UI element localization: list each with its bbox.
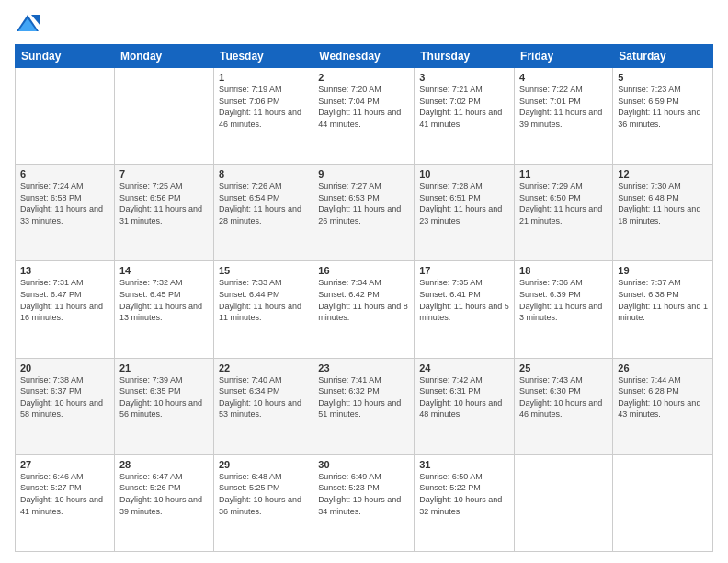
day-number: 18: [519, 265, 608, 276]
day-number: 15: [219, 265, 308, 276]
header-cell-wednesday: Wednesday: [313, 45, 415, 68]
day-info: Sunrise: 7:33 AM Sunset: 6:44 PM Dayligh…: [219, 277, 308, 323]
calendar-cell: 4Sunrise: 7:22 AM Sunset: 7:01 PM Daylig…: [515, 68, 613, 165]
day-number: 24: [419, 362, 509, 373]
header-cell-friday: Friday: [515, 45, 613, 68]
day-number: 14: [119, 265, 209, 276]
calendar-cell: 21Sunrise: 7:39 AM Sunset: 6:35 PM Dayli…: [114, 358, 213, 454]
header: [15, 11, 713, 37]
day-info: Sunrise: 7:21 AM Sunset: 7:02 PM Dayligh…: [419, 84, 509, 130]
calendar-cell: 3Sunrise: 7:21 AM Sunset: 7:02 PM Daylig…: [415, 68, 515, 165]
day-number: 9: [318, 168, 409, 179]
calendar-cell: 18Sunrise: 7:36 AM Sunset: 6:39 PM Dayli…: [515, 261, 613, 358]
day-info: Sunrise: 7:22 AM Sunset: 7:01 PM Dayligh…: [519, 84, 608, 130]
calendar-cell: 15Sunrise: 7:33 AM Sunset: 6:44 PM Dayli…: [213, 261, 313, 358]
week-row-0: 1Sunrise: 7:19 AM Sunset: 7:06 PM Daylig…: [16, 68, 713, 165]
day-number: 6: [20, 168, 109, 179]
calendar-cell: 17Sunrise: 7:35 AM Sunset: 6:41 PM Dayli…: [415, 261, 515, 358]
day-number: 17: [419, 265, 509, 276]
day-number: 30: [318, 459, 409, 470]
calendar-cell: 24Sunrise: 7:42 AM Sunset: 6:31 PM Dayli…: [415, 358, 515, 454]
day-number: 3: [419, 72, 509, 83]
day-info: Sunrise: 7:24 AM Sunset: 6:58 PM Dayligh…: [20, 180, 109, 226]
calendar-cell: 5Sunrise: 7:23 AM Sunset: 6:59 PM Daylig…: [613, 68, 713, 165]
day-info: Sunrise: 6:48 AM Sunset: 5:25 PM Dayligh…: [219, 471, 308, 517]
day-number: 22: [219, 362, 308, 373]
day-number: 21: [119, 362, 209, 373]
day-info: Sunrise: 7:40 AM Sunset: 6:34 PM Dayligh…: [219, 374, 308, 420]
day-number: 10: [419, 168, 509, 179]
calendar-cell: 22Sunrise: 7:40 AM Sunset: 6:34 PM Dayli…: [213, 358, 313, 454]
header-cell-monday: Monday: [114, 45, 213, 68]
day-number: 29: [219, 459, 308, 470]
calendar-cell: 27Sunrise: 6:46 AM Sunset: 5:27 PM Dayli…: [16, 454, 115, 551]
day-info: Sunrise: 7:38 AM Sunset: 6:37 PM Dayligh…: [20, 374, 109, 420]
day-info: Sunrise: 6:49 AM Sunset: 5:23 PM Dayligh…: [318, 471, 409, 517]
calendar-cell: 12Sunrise: 7:30 AM Sunset: 6:48 PM Dayli…: [613, 165, 713, 261]
calendar-cell: 16Sunrise: 7:34 AM Sunset: 6:42 PM Dayli…: [313, 261, 415, 358]
week-row-2: 13Sunrise: 7:31 AM Sunset: 6:47 PM Dayli…: [16, 261, 713, 358]
day-info: Sunrise: 6:47 AM Sunset: 5:26 PM Dayligh…: [119, 471, 209, 517]
day-number: 23: [318, 362, 409, 373]
day-info: Sunrise: 7:44 AM Sunset: 6:28 PM Dayligh…: [618, 374, 708, 420]
calendar-page: SundayMondayTuesdayWednesdayThursdayFrid…: [0, 0, 728, 563]
day-number: 19: [618, 265, 708, 276]
day-number: 8: [219, 168, 308, 179]
calendar-cell: 26Sunrise: 7:44 AM Sunset: 6:28 PM Dayli…: [613, 358, 713, 454]
calendar-cell: 14Sunrise: 7:32 AM Sunset: 6:45 PM Dayli…: [114, 261, 213, 358]
day-number: 28: [119, 459, 209, 470]
day-number: 12: [618, 168, 708, 179]
calendar-cell: 9Sunrise: 7:27 AM Sunset: 6:53 PM Daylig…: [313, 165, 415, 261]
calendar-cell: 1Sunrise: 7:19 AM Sunset: 7:06 PM Daylig…: [213, 68, 313, 165]
calendar-cell: 30Sunrise: 6:49 AM Sunset: 5:23 PM Dayli…: [313, 454, 415, 551]
day-info: Sunrise: 7:23 AM Sunset: 6:59 PM Dayligh…: [618, 84, 708, 130]
day-info: Sunrise: 7:31 AM Sunset: 6:47 PM Dayligh…: [20, 277, 109, 323]
calendar-cell: [114, 68, 213, 165]
day-info: Sunrise: 7:27 AM Sunset: 6:53 PM Dayligh…: [318, 180, 409, 226]
day-info: Sunrise: 7:26 AM Sunset: 6:54 PM Dayligh…: [219, 180, 308, 226]
calendar-cell: 7Sunrise: 7:25 AM Sunset: 6:56 PM Daylig…: [114, 165, 213, 261]
day-info: Sunrise: 7:34 AM Sunset: 6:42 PM Dayligh…: [318, 277, 409, 323]
calendar-cell: 20Sunrise: 7:38 AM Sunset: 6:37 PM Dayli…: [16, 358, 115, 454]
day-info: Sunrise: 7:20 AM Sunset: 7:04 PM Dayligh…: [318, 84, 409, 130]
day-info: Sunrise: 7:19 AM Sunset: 7:06 PM Dayligh…: [219, 84, 308, 130]
day-info: Sunrise: 6:50 AM Sunset: 5:22 PM Dayligh…: [419, 471, 509, 517]
day-info: Sunrise: 7:29 AM Sunset: 6:50 PM Dayligh…: [519, 180, 608, 226]
header-row: SundayMondayTuesdayWednesdayThursdayFrid…: [16, 45, 713, 68]
day-number: 7: [119, 168, 209, 179]
calendar-cell: 8Sunrise: 7:26 AM Sunset: 6:54 PM Daylig…: [213, 165, 313, 261]
day-info: Sunrise: 7:41 AM Sunset: 6:32 PM Dayligh…: [318, 374, 409, 420]
calendar-cell: 28Sunrise: 6:47 AM Sunset: 5:26 PM Dayli…: [114, 454, 213, 551]
day-info: Sunrise: 7:36 AM Sunset: 6:39 PM Dayligh…: [519, 277, 608, 323]
day-number: 13: [20, 265, 109, 276]
day-number: 5: [618, 72, 708, 83]
calendar-cell: 13Sunrise: 7:31 AM Sunset: 6:47 PM Dayli…: [16, 261, 115, 358]
day-number: 27: [20, 459, 109, 470]
calendar-cell: 10Sunrise: 7:28 AM Sunset: 6:51 PM Dayli…: [415, 165, 515, 261]
day-number: 25: [519, 362, 608, 373]
calendar-cell: [16, 68, 115, 165]
header-cell-tuesday: Tuesday: [213, 45, 313, 68]
calendar-cell: 19Sunrise: 7:37 AM Sunset: 6:38 PM Dayli…: [613, 261, 713, 358]
day-number: 16: [318, 265, 409, 276]
day-number: 31: [419, 459, 509, 470]
calendar-cell: 2Sunrise: 7:20 AM Sunset: 7:04 PM Daylig…: [313, 68, 415, 165]
day-info: Sunrise: 7:32 AM Sunset: 6:45 PM Dayligh…: [119, 277, 209, 323]
calendar-cell: 6Sunrise: 7:24 AM Sunset: 6:58 PM Daylig…: [16, 165, 115, 261]
logo-icon: [15, 11, 40, 37]
header-cell-thursday: Thursday: [415, 45, 515, 68]
calendar-table: SundayMondayTuesdayWednesdayThursdayFrid…: [15, 44, 713, 552]
day-info: Sunrise: 7:43 AM Sunset: 6:30 PM Dayligh…: [519, 374, 608, 420]
calendar-cell: [515, 454, 613, 551]
header-cell-sunday: Sunday: [16, 45, 115, 68]
day-info: Sunrise: 7:30 AM Sunset: 6:48 PM Dayligh…: [618, 180, 708, 226]
day-info: Sunrise: 7:28 AM Sunset: 6:51 PM Dayligh…: [419, 180, 509, 226]
logo: [15, 11, 44, 37]
day-info: Sunrise: 7:37 AM Sunset: 6:38 PM Dayligh…: [618, 277, 708, 323]
day-info: Sunrise: 7:35 AM Sunset: 6:41 PM Dayligh…: [419, 277, 509, 323]
calendar-cell: 25Sunrise: 7:43 AM Sunset: 6:30 PM Dayli…: [515, 358, 613, 454]
week-row-3: 20Sunrise: 7:38 AM Sunset: 6:37 PM Dayli…: [16, 358, 713, 454]
week-row-4: 27Sunrise: 6:46 AM Sunset: 5:27 PM Dayli…: [16, 454, 713, 551]
calendar-cell: [613, 454, 713, 551]
day-info: Sunrise: 7:39 AM Sunset: 6:35 PM Dayligh…: [119, 374, 209, 420]
